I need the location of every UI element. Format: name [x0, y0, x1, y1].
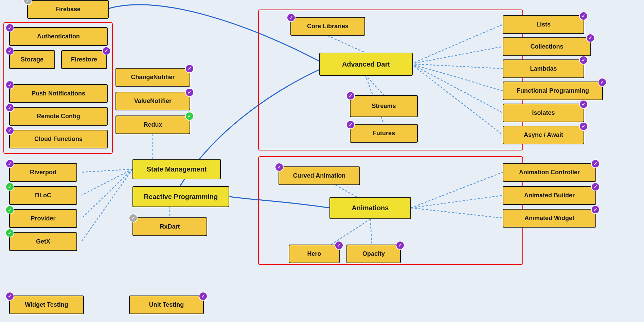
node-cloud-functions[interactable]: Cloud Functions ✓	[9, 130, 108, 148]
node-bloc[interactable]: BLoC ✓	[9, 186, 77, 205]
node-value-notifier[interactable]: ValueNotifier ✓	[115, 92, 190, 110]
badge-lambdas: ✓	[579, 56, 588, 65]
node-rxdart[interactable]: RxDart ✓	[132, 217, 207, 236]
svg-line-1	[82, 169, 132, 172]
node-core-libraries[interactable]: Core Libraries ✓	[290, 17, 365, 36]
svg-line-2	[82, 169, 132, 195]
node-animated-builder[interactable]: Animated Builder ✓	[503, 186, 596, 205]
node-collections[interactable]: Collections ✓	[503, 37, 591, 56]
badge-functional-programming: ✓	[598, 78, 607, 87]
badge-streams: ✓	[346, 91, 355, 100]
badge-async-await: ✓	[579, 122, 588, 131]
node-getx[interactable]: GetX ✓	[9, 232, 77, 251]
node-reactive-programming[interactable]: Reactive Programming	[132, 186, 229, 207]
node-redux[interactable]: Redux ✓	[115, 115, 190, 134]
node-opacity[interactable]: Opacity ✓	[346, 245, 401, 263]
badge-collections: ✓	[586, 34, 595, 42]
node-advanced-dart[interactable]: Advanced Dart	[319, 53, 413, 76]
svg-line-4	[82, 169, 132, 242]
badge-rxdart: ✓	[129, 214, 138, 222]
node-lambdas[interactable]: Lambdas ✓	[503, 59, 584, 78]
badge-animated-widget: ✓	[591, 205, 600, 214]
badge-animated-builder: ✓	[591, 182, 600, 191]
node-storage[interactable]: Storage ✓	[9, 50, 55, 69]
node-lists[interactable]: Lists ✓	[503, 15, 584, 34]
node-streams[interactable]: Streams ✓	[350, 95, 418, 117]
badge-curved-animation: ✓	[275, 163, 284, 172]
node-curved-animation[interactable]: Curved Animation ✓	[279, 166, 360, 185]
badge-redux: ✓	[185, 112, 194, 121]
badge-getx: ✓	[5, 229, 14, 237]
badge-opacity: ✓	[396, 241, 405, 250]
badge-futures: ✓	[346, 120, 355, 129]
node-firestore[interactable]: Firestore ✓	[61, 50, 107, 69]
node-isolates[interactable]: Isolates ✓	[503, 104, 584, 122]
badge-cloud-functions: ✓	[5, 126, 14, 135]
badge-bloc: ✓	[5, 182, 14, 191]
node-provider[interactable]: Provider ✓	[9, 209, 77, 228]
badge-provider: ✓	[5, 205, 14, 214]
node-riverpod[interactable]: Riverpod ✓	[9, 163, 77, 182]
badge-hero: ✓	[335, 241, 343, 250]
badge-remote-config: ✓	[5, 103, 14, 112]
node-unit-testing[interactable]: Unit Testing ✓	[129, 296, 204, 314]
node-functional-programming[interactable]: Functional Programming ✓	[503, 82, 603, 100]
node-async-await[interactable]: Async / Await ✓	[503, 126, 584, 144]
node-state-management[interactable]: State Management	[132, 159, 221, 179]
node-hero[interactable]: Hero ✓	[289, 245, 340, 263]
badge-isolates: ✓	[579, 100, 588, 109]
node-futures[interactable]: Futures ✓	[350, 124, 418, 143]
badge-firebase: ✓	[23, 0, 32, 5]
badge-riverpod: ✓	[5, 159, 14, 168]
svg-line-3	[82, 169, 132, 218]
node-animations[interactable]: Animations	[329, 197, 411, 219]
node-authentication[interactable]: Authentication ✓	[9, 27, 108, 46]
badge-firestore: ✓	[102, 47, 111, 55]
badge-animation-controller: ✓	[591, 159, 600, 168]
badge-lists: ✓	[579, 12, 588, 20]
node-change-notifier[interactable]: ChangeNotifier ✓	[115, 68, 190, 87]
badge-unit-testing: ✓	[199, 292, 208, 301]
badge-push-notifications: ✓	[5, 80, 14, 89]
badge-value-notifier: ✓	[185, 88, 194, 97]
node-push-notifications[interactable]: Push Notifications ✓	[9, 84, 108, 103]
badge-widget-testing: ✓	[5, 292, 14, 301]
node-remote-config[interactable]: Remote Config ✓	[9, 107, 108, 126]
badge-storage: ✓	[5, 47, 14, 55]
badge-authentication: ✓	[5, 23, 14, 32]
node-animated-widget[interactable]: Animated Widget ✓	[503, 209, 596, 228]
badge-core-libraries: ✓	[287, 13, 296, 22]
node-firebase[interactable]: Firebase ✓	[27, 0, 109, 19]
node-animation-controller[interactable]: Animation Controller ✓	[503, 163, 596, 182]
node-widget-testing[interactable]: Widget Testing ✓	[9, 296, 84, 314]
badge-change-notifier: ✓	[185, 64, 194, 73]
